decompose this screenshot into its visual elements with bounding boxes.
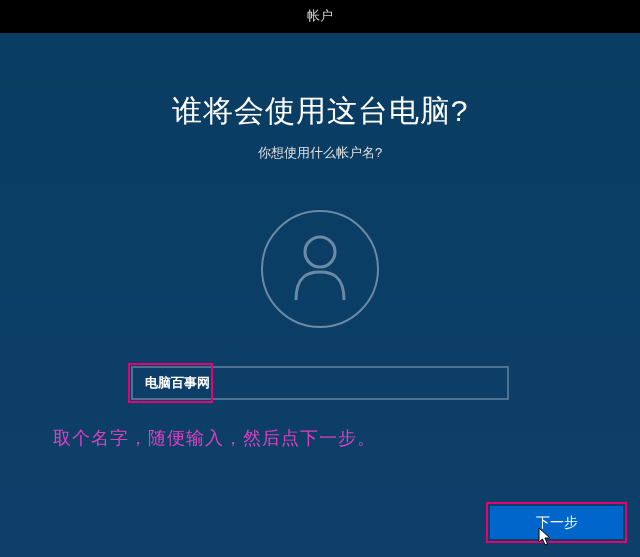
username-input-container	[131, 366, 509, 400]
top-bar: 帐户	[0, 0, 640, 33]
next-button[interactable]: 下一步	[490, 506, 623, 539]
annotation-text: 取个名字，随便输入，然后点下一步。	[0, 426, 640, 450]
page-subtitle: 你想使用什么帐户名?	[0, 144, 640, 162]
setup-screen: 谁将会使用这台电脑? 你想使用什么帐户名? 取个名字，随便输入，然后点下一步。 …	[0, 33, 640, 557]
username-input[interactable]	[131, 366, 509, 400]
user-icon	[290, 232, 350, 306]
tab-account[interactable]: 帐户	[281, 0, 359, 35]
page-title: 谁将会使用这台电脑?	[0, 91, 640, 132]
svg-point-0	[305, 237, 335, 267]
avatar-placeholder	[261, 210, 379, 328]
